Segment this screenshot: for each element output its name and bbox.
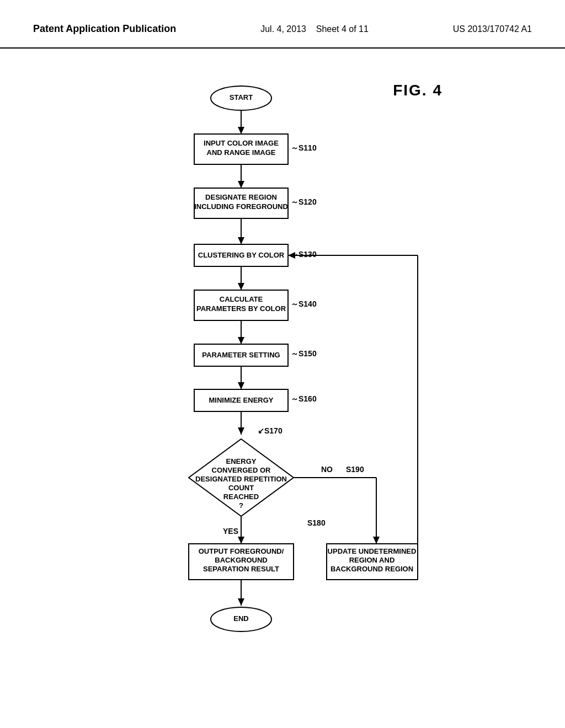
s140-node: CALCULATE: [220, 295, 263, 303]
svg-marker-2: [238, 127, 244, 134]
start-node: START: [230, 93, 253, 101]
publication-date: Jul. 4, 2013: [260, 24, 306, 34]
svg-marker-14: [238, 337, 244, 344]
s190-node: UPDATE UNDETERMINED: [328, 547, 417, 555]
s190-node-line2: REGION AND: [349, 556, 395, 564]
svg-marker-20: [238, 427, 244, 435]
sheet-number: Sheet 4 of 11: [316, 24, 369, 34]
s150-label: ～S150: [291, 349, 317, 358]
s120-node: DESIGNATE REGION: [205, 193, 277, 201]
s140-label: ～S140: [291, 299, 317, 308]
svg-marker-8: [238, 237, 244, 244]
s170-node-line6: ?: [239, 501, 243, 510]
s190-node-line3: BACKGROUND REGION: [331, 565, 413, 573]
s170-node-line3: DESIGNATED REPETITION: [195, 475, 287, 483]
svg-marker-35: [238, 598, 244, 606]
s170-label: ↙S170: [258, 426, 282, 435]
svg-marker-11: [238, 283, 244, 290]
svg-marker-17: [238, 382, 244, 389]
no-label: NO: [321, 465, 333, 474]
main-content: FIG. 4 START INPUT COLOR IMAGE AND RANGE…: [0, 49, 565, 694]
s170-node-line5: REACHED: [223, 493, 259, 501]
s180-node: OUTPUT FOREGROUND/: [199, 547, 284, 555]
s110-node-line2: AND RANGE IMAGE: [207, 148, 276, 157]
svg-marker-5: [238, 181, 244, 188]
s160-label: ～S160: [291, 394, 317, 403]
publication-title: Patent Application Publication: [33, 22, 176, 36]
s160-node: MINIMIZE ENERGY: [209, 396, 273, 404]
s120-node-line2: INCLUDING FOREGROUND: [194, 202, 288, 211]
s170-node-line2: CONVERGED OR: [212, 466, 271, 474]
s190-label: S190: [346, 465, 364, 474]
publication-date-sheet: Jul. 4, 2013 Sheet 4 of 11: [260, 22, 369, 36]
publication-number: US 2013/170742 A1: [453, 22, 532, 36]
s130-node: CLUSTERING BY COLOR: [198, 251, 285, 259]
s150-node: PARAMETER SETTING: [202, 351, 280, 359]
flowchart-wrapper: FIG. 4 START INPUT COLOR IMAGE AND RANGE…: [89, 82, 476, 661]
s110-node: INPUT COLOR IMAGE: [204, 139, 279, 147]
s120-label: ～S120: [291, 197, 317, 206]
s180-node-line3: SEPARATION RESULT: [203, 565, 279, 573]
yes-label: YES: [223, 527, 238, 536]
s140-node-line2: PARAMETERS BY COLOR: [196, 304, 286, 313]
page-header: Patent Application Publication Jul. 4, 2…: [0, 0, 565, 49]
svg-marker-23: [238, 537, 244, 544]
flowchart-svg: START INPUT COLOR IMAGE AND RANGE IMAGE …: [139, 82, 426, 661]
s170-node-line4: COUNT: [228, 484, 254, 492]
figure-label: FIG. 4: [393, 82, 443, 99]
s180-node-line2: BACKGROUND: [215, 556, 267, 564]
s170-node: ENERGY: [226, 457, 257, 465]
s110-label: ～S110: [291, 143, 317, 152]
end-node: END: [233, 614, 248, 623]
s180-label: S180: [307, 518, 326, 527]
svg-marker-28: [373, 537, 380, 544]
